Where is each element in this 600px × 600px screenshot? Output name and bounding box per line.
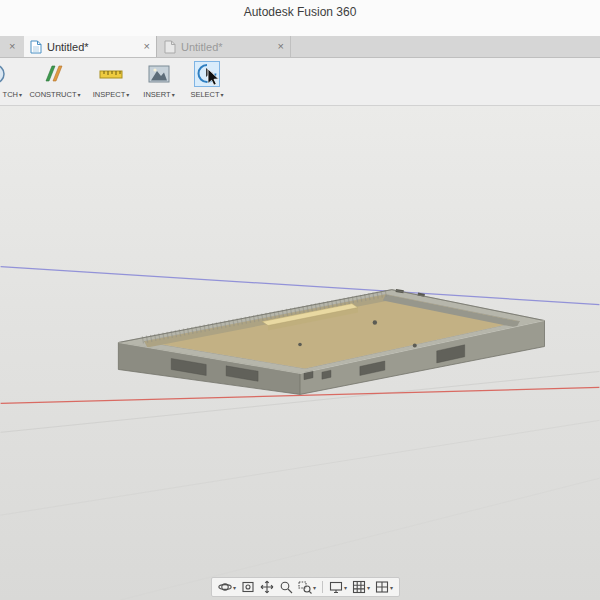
chevron-down-icon[interactable]: ▾ bbox=[344, 584, 347, 591]
ground-grid-lines bbox=[1, 371, 600, 600]
tab-bar: × Untitled* × Untitled* × bbox=[0, 36, 600, 58]
zoom-window-button[interactable]: ▾ bbox=[297, 578, 317, 596]
tab-label: Untitled* bbox=[47, 41, 140, 53]
toolbar-item-sketch[interactable]: TCH▾ bbox=[0, 61, 24, 99]
display-settings-button[interactable]: ▾ bbox=[328, 578, 348, 596]
document-icon bbox=[164, 40, 176, 54]
chevron-down-icon[interactable]: ▾ bbox=[78, 92, 81, 98]
grid-icon bbox=[352, 580, 366, 594]
tab-untitled-inactive[interactable]: Untitled* × bbox=[158, 36, 291, 57]
viewports-button[interactable]: ▾ bbox=[374, 578, 394, 596]
pan-button[interactable] bbox=[259, 578, 275, 596]
viewport-canvas[interactable] bbox=[0, 106, 600, 600]
toolbar-item-label: TCH▾ bbox=[0, 90, 24, 99]
tab-close-icon[interactable]: × bbox=[144, 41, 150, 52]
construct-icon bbox=[42, 61, 68, 87]
window-title: Autodesk Fusion 360 bbox=[0, 5, 600, 19]
zoom-button[interactable] bbox=[278, 578, 294, 596]
toolbar-item-label: CONSTRUCT▾ bbox=[27, 90, 83, 99]
tab-close-icon[interactable]: × bbox=[278, 41, 284, 52]
chevron-down-icon[interactable]: ▾ bbox=[367, 584, 370, 591]
inspect-icon bbox=[98, 61, 124, 87]
chevron-down-icon[interactable]: ▾ bbox=[126, 92, 129, 98]
document-icon bbox=[30, 40, 42, 54]
viewport-scene bbox=[0, 106, 600, 600]
chevron-down-icon[interactable]: ▾ bbox=[313, 584, 316, 591]
insert-icon bbox=[146, 61, 172, 87]
chevron-down-icon[interactable]: ▾ bbox=[233, 584, 236, 591]
chevron-down-icon[interactable]: ▾ bbox=[390, 584, 393, 591]
look-at-button[interactable] bbox=[240, 578, 256, 596]
toolbar-item-label: SELECT▾ bbox=[179, 90, 235, 99]
chevron-down-icon[interactable]: ▾ bbox=[172, 92, 175, 98]
tab-partial[interactable]: × bbox=[0, 36, 24, 57]
zoom-icon bbox=[279, 580, 293, 594]
chevron-down-icon[interactable]: ▾ bbox=[19, 92, 22, 98]
zoom-window-icon bbox=[298, 580, 312, 594]
navbar-separator bbox=[322, 581, 323, 593]
orbit-icon bbox=[218, 580, 232, 594]
chevron-down-icon[interactable]: ▾ bbox=[221, 92, 224, 98]
viewports-icon bbox=[375, 580, 389, 594]
toolbar-item-select[interactable]: SELECT▾ bbox=[179, 61, 235, 99]
z-axis-line bbox=[1, 267, 600, 305]
pan-icon bbox=[260, 580, 274, 594]
look-at-icon bbox=[241, 580, 255, 594]
display-settings-icon bbox=[329, 580, 343, 594]
select-cursor-icon bbox=[194, 61, 220, 87]
sketch-icon bbox=[0, 61, 8, 87]
tab-close-icon[interactable]: × bbox=[9, 41, 15, 52]
tab-untitled-active[interactable]: Untitled* × bbox=[24, 36, 157, 57]
view-navigation-bar: ▾ ▾ bbox=[211, 577, 400, 597]
orbit-button[interactable]: ▾ bbox=[217, 578, 237, 596]
grid-and-snaps-button[interactable]: ▾ bbox=[351, 578, 371, 596]
main-toolbar: TCH▾ CONSTRUCT▾ INSPECT▾ bbox=[0, 58, 600, 106]
model-body[interactable] bbox=[118, 289, 544, 394]
tab-label: Untitled* bbox=[181, 41, 274, 53]
toolbar-item-construct[interactable]: CONSTRUCT▾ bbox=[27, 61, 83, 99]
window-titlebar: Autodesk Fusion 360 bbox=[0, 0, 600, 36]
